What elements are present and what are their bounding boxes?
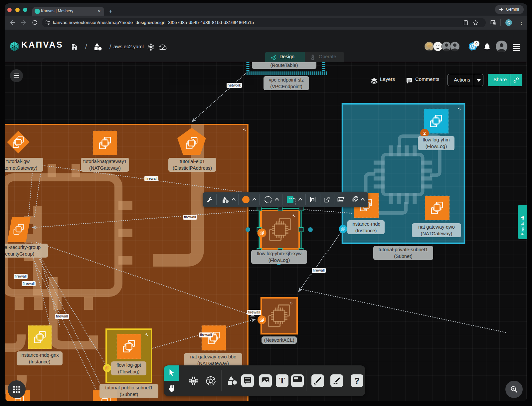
svg-text:0: 0 [475,42,477,46]
svg-text:2: 2 [423,131,426,136]
